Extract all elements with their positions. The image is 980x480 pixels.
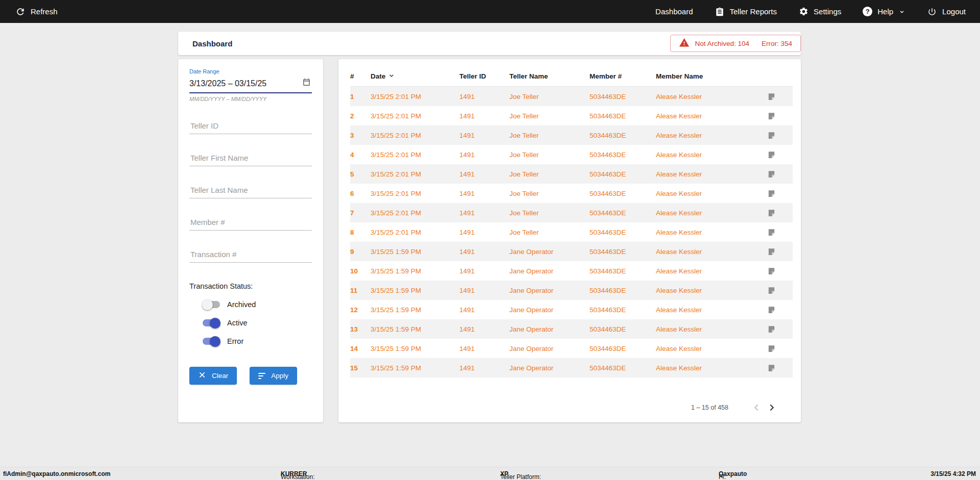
next-page-button[interactable]	[764, 400, 779, 415]
archived-toggle[interactable]	[203, 301, 220, 308]
row-member-num: 5034463DE	[590, 112, 656, 120]
table-row[interactable]: 5 3/15/25 2:01 PM 1491 Joe Teller 503446…	[350, 164, 793, 184]
row-number: 5	[350, 170, 371, 178]
power-icon	[927, 7, 937, 17]
nav-help[interactable]: ? Help	[863, 7, 905, 16]
table-row[interactable]: 4 3/15/25 2:01 PM 1491 Joe Teller 503446…	[350, 145, 793, 164]
table-row[interactable]: 7 3/15/25 2:01 PM 1491 Joe Teller 503446…	[350, 203, 793, 222]
teller-last-name-input[interactable]	[189, 182, 312, 198]
table-row[interactable]: 11 3/15/25 1:59 PM 1491 Jane Operator 50…	[350, 281, 793, 300]
col-teller-name: Teller Name	[509, 72, 590, 80]
chevron-down-icon	[898, 8, 905, 15]
apply-button-label: Apply	[271, 372, 288, 380]
row-number: 2	[350, 112, 371, 120]
row-number: 4	[350, 151, 371, 159]
note-icon[interactable]	[764, 306, 793, 314]
note-icon[interactable]	[764, 344, 793, 353]
filter-icon	[258, 373, 265, 379]
note-icon[interactable]	[764, 209, 793, 217]
note-icon[interactable]	[764, 92, 793, 101]
error-toggle[interactable]	[203, 338, 220, 345]
row-date: 3/15/25 1:59 PM	[371, 287, 459, 294]
note-icon[interactable]	[764, 247, 793, 256]
note-icon[interactable]	[764, 325, 793, 334]
row-teller-name: Joe Teller	[509, 93, 590, 100]
row-teller-id: 1491	[459, 132, 509, 139]
nav-dashboard[interactable]: Dashboard	[640, 7, 693, 17]
row-member-name: Alease Kessler	[656, 112, 764, 120]
table-body: 1 3/15/25 2:01 PM 1491 Joe Teller 503446…	[350, 87, 793, 377]
calendar-icon[interactable]	[302, 78, 311, 89]
paginator: 1 – 15 of 458	[350, 400, 793, 415]
alert-badge[interactable]: Not Archived: 104 Error: 354	[670, 35, 801, 52]
col-member-num: Member #	[590, 72, 656, 80]
note-icon[interactable]	[764, 112, 793, 120]
active-toggle[interactable]	[203, 319, 220, 326]
row-number: 8	[350, 229, 371, 236]
refresh-button[interactable]: Refresh	[15, 7, 58, 17]
row-teller-name: Jane Operator	[509, 248, 590, 256]
filter-panel: Date Range MM/DD/YYYY – MM/DD/YYYY Trans…	[178, 59, 323, 422]
teller-id-input[interactable]	[189, 118, 312, 134]
row-teller-name: Jane Operator	[509, 306, 590, 314]
row-date: 3/15/25 1:59 PM	[371, 306, 459, 314]
error-toggle-label: Error	[227, 337, 243, 345]
row-member-name: Alease Kessler	[656, 287, 764, 294]
nav-teller-reports[interactable]: Teller Reports	[715, 7, 777, 17]
table-row[interactable]: 12 3/15/25 1:59 PM 1491 Jane Operator 50…	[350, 300, 793, 319]
note-icon[interactable]	[764, 170, 793, 179]
note-icon[interactable]	[764, 286, 793, 295]
row-member-name: Alease Kessler	[656, 248, 764, 256]
row-teller-name: Joe Teller	[509, 112, 590, 120]
nav-logout[interactable]: Logout	[927, 7, 966, 17]
row-teller-id: 1491	[459, 325, 509, 333]
table-row[interactable]: 9 3/15/25 1:59 PM 1491 Jane Operator 503…	[350, 242, 793, 261]
row-date: 3/15/25 1:59 PM	[371, 267, 459, 275]
date-range-label: Date Range	[189, 68, 312, 74]
note-icon[interactable]	[764, 189, 793, 198]
clear-button[interactable]: Clear	[189, 367, 237, 385]
topbar: Refresh Dashboard Teller Reports Setting…	[0, 0, 980, 23]
nav-help-label: Help	[877, 7, 893, 16]
table-row[interactable]: 15 3/15/25 1:59 PM 1491 Jane Operator 50…	[350, 358, 793, 377]
row-member-num: 5034463DE	[590, 229, 656, 236]
col-member-name: Member Name	[656, 72, 764, 80]
teller-first-name-input[interactable]	[189, 150, 312, 166]
note-icon[interactable]	[764, 150, 793, 159]
table-row[interactable]: 1 3/15/25 2:01 PM 1491 Joe Teller 503446…	[350, 87, 793, 106]
table-row[interactable]: 13 3/15/25 1:59 PM 1491 Jane Operator 50…	[350, 319, 793, 339]
row-number: 9	[350, 248, 371, 256]
row-number: 13	[350, 325, 371, 333]
note-icon[interactable]	[764, 364, 793, 372]
table-row[interactable]: 8 3/15/25 2:01 PM 1491 Joe Teller 503446…	[350, 222, 793, 242]
nav-settings[interactable]: Settings	[798, 7, 841, 17]
col-date[interactable]: Date	[371, 71, 459, 81]
row-teller-name: Joe Teller	[509, 132, 590, 139]
active-toggle-label: Active	[227, 319, 248, 327]
date-range-input[interactable]	[189, 79, 291, 88]
row-number: 15	[350, 364, 371, 372]
note-icon[interactable]	[764, 267, 793, 275]
apply-button[interactable]: Apply	[250, 367, 297, 385]
table-row[interactable]: 10 3/15/25 1:59 PM 1491 Jane Operator 50…	[350, 261, 793, 281]
table-row[interactable]: 6 3/15/25 2:01 PM 1491 Joe Teller 503446…	[350, 184, 793, 203]
table-row[interactable]: 14 3/15/25 1:59 PM 1491 Jane Operator 50…	[350, 339, 793, 358]
note-icon[interactable]	[764, 228, 793, 237]
alert-error: Error: 354	[762, 40, 792, 47]
row-teller-name: Jane Operator	[509, 345, 590, 352]
note-icon[interactable]	[764, 131, 793, 140]
table-row[interactable]: 3 3/15/25 2:01 PM 1491 Joe Teller 503446…	[350, 125, 793, 145]
row-teller-name: Joe Teller	[509, 190, 590, 197]
help-icon: ?	[863, 7, 872, 16]
row-date: 3/15/25 2:01 PM	[371, 190, 459, 197]
row-teller-id: 1491	[459, 306, 509, 314]
prev-page-button[interactable]	[749, 400, 764, 415]
row-member-num: 5034463DE	[590, 248, 656, 256]
row-teller-name: Joe Teller	[509, 229, 590, 236]
gear-icon	[798, 7, 808, 17]
transaction-number-input[interactable]	[189, 246, 312, 263]
row-number: 7	[350, 209, 371, 217]
member-number-input[interactable]	[189, 214, 312, 231]
row-teller-name: Jane Operator	[509, 364, 590, 372]
table-row[interactable]: 2 3/15/25 2:01 PM 1491 Joe Teller 503446…	[350, 106, 793, 125]
